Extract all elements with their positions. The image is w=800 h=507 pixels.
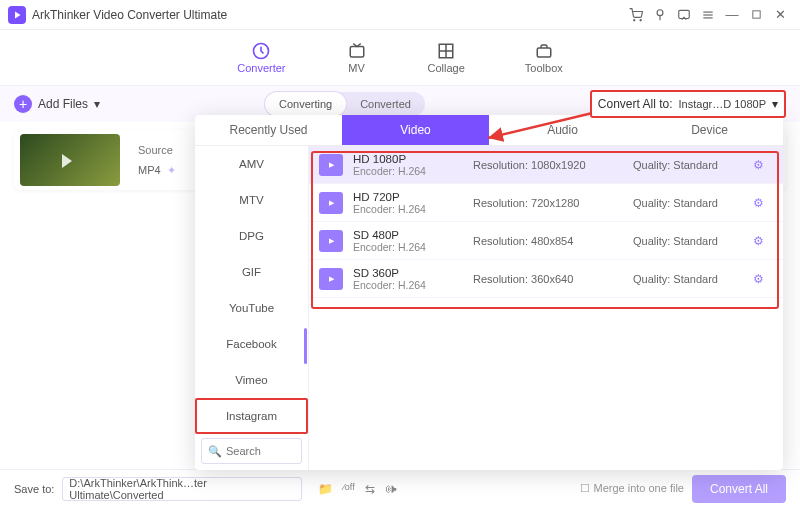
main-nav: Converter MV Collage Toolbox — [0, 30, 800, 86]
maximize-button[interactable] — [744, 3, 768, 27]
convert-all-value[interactable]: Instagr…D 1080P — [679, 98, 766, 110]
nav-label: Collage — [428, 62, 465, 74]
format-text: MP4 — [138, 164, 161, 176]
format-icon: ▶ — [319, 154, 343, 176]
toggle-icon[interactable]: ⇆ — [365, 482, 375, 496]
category-item[interactable]: GIF — [195, 254, 308, 290]
search-icon: 🔍 — [208, 445, 222, 458]
magic-icon[interactable]: ✦ — [167, 164, 176, 177]
off-icon[interactable]: ⁄off — [343, 482, 354, 496]
gear-icon[interactable]: ⚙ — [753, 272, 773, 286]
source-label: Source — [138, 144, 176, 156]
format-quality: Quality: Standard — [633, 235, 743, 247]
chevron-down-icon[interactable]: ▾ — [772, 97, 778, 111]
category-item[interactable]: Facebook — [195, 326, 308, 362]
convert-all-label: Convert All to: — [598, 97, 673, 111]
feedback-icon[interactable] — [672, 3, 696, 27]
bottom-bar: Save to: D:\ArkThinker\ArkThink…ter Ulti… — [0, 469, 800, 507]
app-logo — [8, 6, 26, 24]
tab-video[interactable]: Video — [342, 115, 489, 145]
format-encoder: Encoder: H.264 — [353, 241, 463, 253]
collage-icon — [435, 42, 457, 60]
nav-label: Converter — [237, 62, 285, 74]
format-row[interactable]: ▶SD 360PEncoder: H.264Resolution: 360x64… — [309, 260, 783, 298]
category-column: AMVMTVDPGGIFYouTubeFacebookVimeoInstagra… — [195, 146, 309, 470]
svg-point-2 — [657, 9, 663, 15]
format-resolution: Resolution: 360x640 — [473, 273, 623, 285]
format-encoder: Encoder: H.264 — [353, 165, 463, 177]
scrollbar-thumb[interactable] — [304, 328, 307, 364]
mv-icon — [346, 42, 368, 60]
format-quality: Quality: Standard — [633, 273, 743, 285]
nav-converter[interactable]: Converter — [237, 42, 285, 74]
category-search[interactable]: 🔍 — [201, 438, 302, 464]
format-row[interactable]: ▶HD 1080PEncoder: H.264Resolution: 1080x… — [309, 146, 783, 184]
popup-tabs: Recently Used Video Audio Device — [195, 115, 783, 146]
converter-icon — [250, 42, 272, 60]
category-item[interactable]: DPG — [195, 218, 308, 254]
close-button[interactable]: ✕ — [768, 3, 792, 27]
format-encoder: Encoder: H.264 — [353, 203, 463, 215]
format-list: ▶HD 1080PEncoder: H.264Resolution: 1080x… — [309, 146, 783, 470]
add-files-button[interactable]: + Add Files ▾ — [14, 95, 100, 113]
nav-collage[interactable]: Collage — [428, 42, 465, 74]
category-item[interactable]: AMV — [195, 146, 308, 182]
category-item[interactable]: Instagram — [195, 398, 308, 434]
svg-rect-9 — [350, 46, 364, 57]
format-icon: ▶ — [319, 268, 343, 290]
tab-audio[interactable]: Audio — [489, 115, 636, 145]
svg-rect-13 — [537, 48, 551, 57]
nav-label: Toolbox — [525, 62, 563, 74]
search-input[interactable] — [226, 445, 295, 457]
menu-icon[interactable] — [696, 3, 720, 27]
format-name: HD 1080P — [353, 153, 463, 165]
merge-checkbox[interactable]: ☐ Merge into one file — [580, 482, 684, 495]
sound-icon[interactable]: 🕪 — [385, 482, 397, 496]
format-row[interactable]: ▶HD 720PEncoder: H.264Resolution: 720x12… — [309, 184, 783, 222]
format-quality: Quality: Standard — [633, 197, 743, 209]
minimize-button[interactable]: — — [720, 3, 744, 27]
svg-rect-7 — [752, 11, 759, 18]
bottom-icon-strip: 📁 ⁄off ⇆ 🕪 — [318, 482, 396, 496]
format-icon: ▶ — [319, 192, 343, 214]
key-icon[interactable] — [648, 3, 672, 27]
tab-device[interactable]: Device — [636, 115, 783, 145]
gear-icon[interactable]: ⚙ — [753, 196, 773, 210]
nav-label: MV — [348, 62, 365, 74]
converting-tab[interactable]: Converting — [265, 92, 346, 116]
format-quality: Quality: Standard — [633, 159, 743, 171]
add-files-label: Add Files — [38, 97, 88, 111]
format-encoder: Encoder: H.264 — [353, 279, 463, 291]
converted-tab[interactable]: Converted — [346, 92, 425, 116]
convert-all-to: Convert All to: Instagr…D 1080P ▾ — [590, 90, 786, 118]
saveto-label: Save to: — [14, 483, 54, 495]
format-popup: Recently Used Video Audio Device AMVMTVD… — [195, 115, 783, 470]
svg-point-1 — [640, 19, 641, 20]
saveto-path[interactable]: D:\ArkThinker\ArkThink…ter Ultimate\Conv… — [62, 477, 302, 501]
titlebar: ArkThinker Video Converter Ultimate — ✕ — [0, 0, 800, 30]
convert-all-button[interactable]: Convert All — [692, 475, 786, 503]
folder-icon[interactable]: 📁 — [318, 482, 333, 496]
toolbox-icon — [533, 42, 555, 60]
tab-recent[interactable]: Recently Used — [195, 115, 342, 145]
gear-icon[interactable]: ⚙ — [753, 158, 773, 172]
video-thumbnail[interactable] — [20, 134, 120, 186]
format-name: HD 720P — [353, 191, 463, 203]
nav-toolbox[interactable]: Toolbox — [525, 42, 563, 74]
category-item[interactable]: YouTube — [195, 290, 308, 326]
format-icon: ▶ — [319, 230, 343, 252]
plus-icon: + — [14, 95, 32, 113]
format-name: SD 480P — [353, 229, 463, 241]
category-item[interactable]: Vimeo — [195, 362, 308, 398]
app-title: ArkThinker Video Converter Ultimate — [32, 8, 227, 22]
nav-mv[interactable]: MV — [346, 42, 368, 74]
file-format-row: MP4 ✦ — [138, 164, 176, 177]
format-resolution: Resolution: 480x854 — [473, 235, 623, 247]
format-row[interactable]: ▶SD 480PEncoder: H.264Resolution: 480x85… — [309, 222, 783, 260]
cart-icon[interactable] — [624, 3, 648, 27]
format-resolution: Resolution: 720x1280 — [473, 197, 623, 209]
format-name: SD 360P — [353, 267, 463, 279]
merge-label: Merge into one file — [593, 482, 684, 494]
category-item[interactable]: MTV — [195, 182, 308, 218]
gear-icon[interactable]: ⚙ — [753, 234, 773, 248]
